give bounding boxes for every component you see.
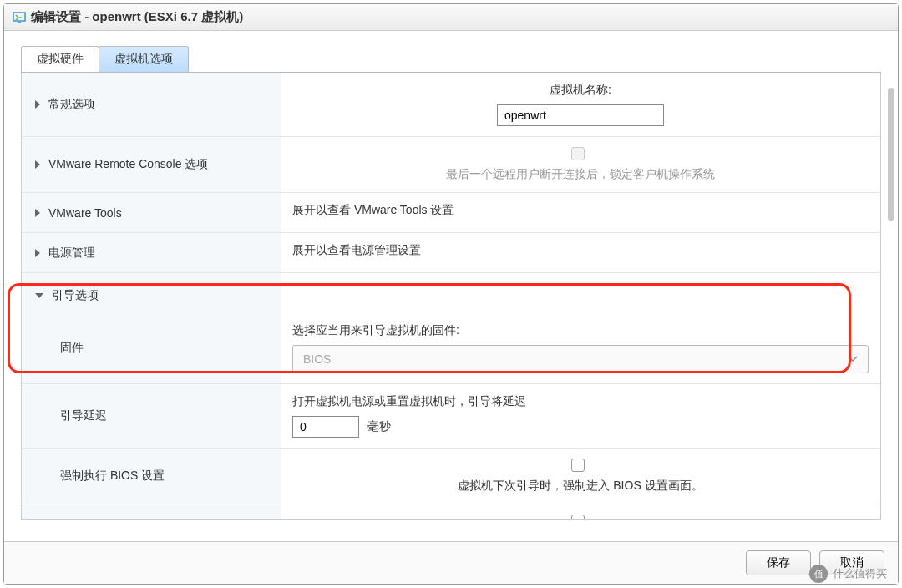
row-label: VMware Tools (48, 206, 122, 220)
scrollbar[interactable] (888, 88, 896, 524)
lock-guest-checkbox (571, 147, 585, 160)
watermark: 值 什么值得买 (809, 565, 887, 583)
fail-recover-checkbox[interactable] (571, 514, 585, 520)
row-boot-options[interactable]: 引导选项 (22, 273, 880, 313)
vm-name-input[interactable] (497, 104, 664, 126)
dialog-title-bar: 编辑设置 - openwrt (ESXi 6.7 虚拟机) (4, 4, 898, 31)
settings-panel: 常规选项 虚拟机名称: VMware Remote Console 选项 最后一… (21, 73, 881, 520)
watermark-text: 什么值得买 (833, 566, 887, 581)
row-force-bios: 强制执行 BIOS 设置 虚拟机下次引导时，强制进入 BIOS 设置画面。 (22, 449, 880, 504)
vm-icon (13, 11, 26, 24)
boot-delay-unit: 毫秒 (367, 419, 391, 434)
boot-delay-label: 引导延迟 (60, 408, 107, 423)
row-vmware-tools[interactable]: VMware Tools 展开以查看 VMware Tools 设置 (22, 193, 880, 233)
firmware-select[interactable]: BIOS (292, 345, 869, 373)
chevron-right-icon (35, 249, 40, 257)
svg-rect-0 (13, 13, 25, 21)
row-firmware: 固件 选择应当用来引导虚拟机的固件: BIOS (22, 313, 880, 384)
chevron-down-icon (848, 354, 858, 364)
row-power-management[interactable]: 电源管理 展开以查看电源管理设置 (22, 233, 880, 273)
boot-delay-desc: 打开虚拟机电源或重置虚拟机时，引导将延迟 (292, 394, 869, 409)
dialog-footer: 保存 取消 (4, 541, 898, 584)
tab-virtual-hardware[interactable]: 虚拟硬件 (21, 46, 99, 72)
tab-vm-options[interactable]: 虚拟机选项 (99, 46, 189, 72)
force-bios-desc: 虚拟机下次引导时，强制进入 BIOS 设置画面。 (458, 479, 702, 494)
tab-bar: 虚拟硬件 虚拟机选项 (21, 46, 881, 73)
row-remote-console[interactable]: VMware Remote Console 选项 最后一个远程用户断开连接后，锁… (22, 137, 880, 193)
edit-settings-dialog: 编辑设置 - openwrt (ESXi 6.7 虚拟机) 虚拟硬件 虚拟机选项… (3, 3, 899, 585)
save-button[interactable]: 保存 (746, 550, 811, 575)
chevron-right-icon (35, 160, 40, 169)
row-label: 引导选项 (52, 288, 99, 303)
row-boot-fail-recover: 引导失败后恢复 虚拟机找不到引导设备时，在以下时间后自动重试引导 (22, 504, 880, 520)
power-mgmt-desc: 展开以查看电源管理设置 (292, 243, 869, 258)
firmware-desc: 选择应当用来引导虚拟机的固件: (292, 323, 869, 338)
row-label: 常规选项 (48, 97, 95, 112)
force-bios-label: 强制执行 BIOS 设置 (60, 469, 165, 484)
svg-rect-1 (18, 22, 21, 23)
chevron-right-icon (35, 100, 40, 109)
firmware-value: BIOS (303, 352, 331, 366)
watermark-icon: 值 (809, 565, 828, 583)
chevron-down-icon (35, 293, 43, 298)
dialog-title: 编辑设置 - openwrt (ESXi 6.7 虚拟机) (31, 9, 243, 25)
remote-console-desc: 最后一个远程用户断开连接后，锁定客户机操作系统 (446, 167, 715, 182)
row-general-options[interactable]: 常规选项 虚拟机名称: (22, 73, 880, 137)
scrollbar-thumb[interactable] (888, 88, 894, 221)
boot-delay-input[interactable] (292, 416, 359, 438)
row-label: 电源管理 (48, 246, 95, 261)
row-label: VMware Remote Console 选项 (48, 157, 208, 172)
vm-name-label: 虚拟机名称: (550, 83, 611, 98)
vmware-tools-desc: 展开以查看 VMware Tools 设置 (292, 203, 869, 218)
row-boot-delay: 引导延迟 打开虚拟机电源或重置虚拟机时，引导将延迟 毫秒 (22, 384, 880, 449)
force-bios-checkbox[interactable] (571, 459, 585, 472)
chevron-right-icon (35, 209, 40, 217)
firmware-label: 固件 (60, 341, 84, 356)
dialog-body: 虚拟硬件 虚拟机选项 常规选项 虚拟机名称: VMware Remote Con… (4, 31, 898, 541)
